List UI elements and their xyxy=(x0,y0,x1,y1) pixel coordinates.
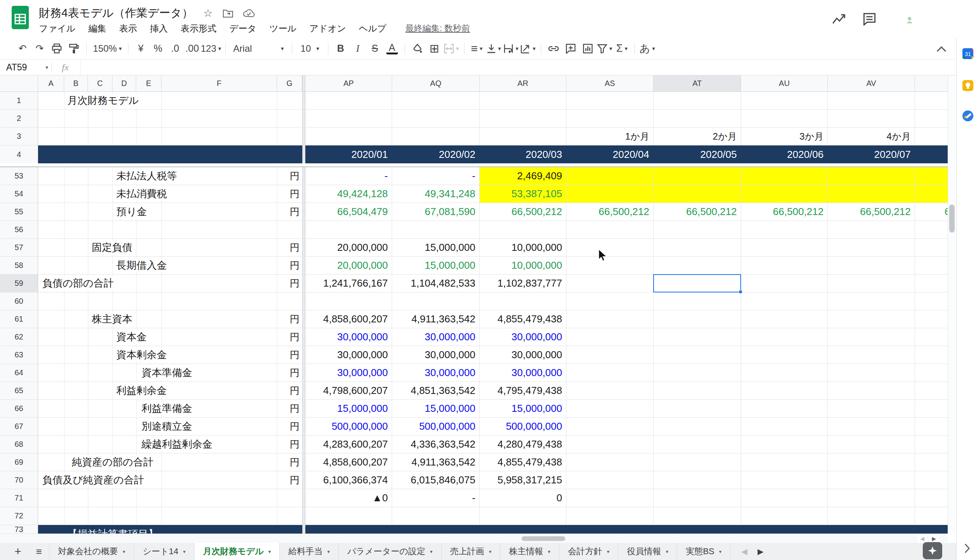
star-icon[interactable]: ☆ xyxy=(203,7,213,19)
cell[interactable]: 0 xyxy=(480,489,566,507)
horizontal-align-button[interactable]: ≡▾ xyxy=(468,40,485,57)
cell[interactable]: 15,000,000 xyxy=(392,257,480,274)
row-66-labels[interactable]: 利益準備金 xyxy=(38,400,277,417)
fill-color-button[interactable] xyxy=(409,40,426,57)
row-59-labels[interactable]: 負債の部の合計 xyxy=(38,275,277,292)
date-header-cell[interactable]: 2020/06 xyxy=(741,145,828,163)
tab-menu-icon[interactable]: ▾ xyxy=(123,549,126,555)
insert-chart-button[interactable] xyxy=(579,40,596,57)
column-header-AS[interactable]: AS xyxy=(566,75,654,91)
row-64-labels[interactable]: 資本準備金 xyxy=(38,364,277,382)
cell[interactable] xyxy=(741,346,828,364)
row-63-labels[interactable]: 資本剰余金 xyxy=(38,346,277,364)
cell[interactable] xyxy=(480,525,566,534)
row-69-unit[interactable]: 円 xyxy=(277,453,302,471)
row-68-labels[interactable]: 繰越利益剰余金 xyxy=(38,436,277,453)
cell[interactable] xyxy=(654,292,741,310)
cell[interactable] xyxy=(741,418,828,435)
cell[interactable]: 500,000,000 xyxy=(480,418,566,435)
row-header-1[interactable]: 1 xyxy=(0,92,38,109)
cell[interactable]: 66,500,212 xyxy=(566,203,654,220)
tab-menu-icon[interactable]: ▾ xyxy=(489,549,492,555)
row-header-58[interactable]: 58 xyxy=(0,257,38,274)
cell[interactable] xyxy=(654,400,741,417)
cell[interactable]: 4,336,363,542 xyxy=(392,436,480,453)
cell[interactable] xyxy=(305,292,392,310)
cell[interactable]: 6 xyxy=(915,203,948,220)
cell[interactable] xyxy=(654,110,741,127)
increase-decimal-button[interactable]: .00 xyxy=(184,40,201,57)
date-header-cell[interactable]: 2020/02 xyxy=(392,145,480,163)
cell[interactable] xyxy=(566,292,654,310)
cell[interactable] xyxy=(828,292,915,310)
row-65-labels[interactable]: 利益剰余金 xyxy=(38,382,277,399)
cell[interactable] xyxy=(566,167,654,185)
cell[interactable] xyxy=(828,525,915,534)
row-63-unit[interactable]: 円 xyxy=(277,346,302,364)
cell[interactable] xyxy=(566,310,654,328)
hide-side-panel-icon[interactable] xyxy=(960,542,974,555)
row-header-56[interactable]: 56 xyxy=(0,221,38,238)
cell[interactable] xyxy=(915,382,948,399)
cell[interactable] xyxy=(566,507,654,525)
menu-表示形式[interactable]: 表示形式 xyxy=(181,23,216,35)
cell[interactable]: - xyxy=(305,167,392,185)
row-header-3[interactable]: 3 xyxy=(0,128,38,145)
cell[interactable] xyxy=(566,185,654,203)
row-61-labels[interactable]: 株主資本 xyxy=(38,310,277,328)
cell[interactable] xyxy=(741,239,828,256)
cell[interactable] xyxy=(566,275,654,292)
cell[interactable] xyxy=(654,382,741,399)
cell[interactable] xyxy=(654,167,741,185)
undo-button[interactable]: ↶ xyxy=(14,40,31,57)
cell[interactable] xyxy=(392,292,480,310)
cell[interactable]: 30,000,000 xyxy=(305,346,392,364)
cell[interactable] xyxy=(828,257,915,274)
collapse-toolbar-icon[interactable] xyxy=(934,42,949,56)
last-edit-link[interactable]: 最終編集: 数秒前 xyxy=(405,23,470,34)
row-53-labels[interactable]: 未払法人税等 xyxy=(38,167,277,185)
italic-button[interactable]: I xyxy=(349,40,366,57)
column-header-C[interactable]: C xyxy=(88,75,112,91)
tab-menu-icon[interactable]: ▾ xyxy=(548,549,550,555)
cell[interactable] xyxy=(915,418,948,435)
cell[interactable] xyxy=(915,400,948,417)
menu-データ[interactable]: データ xyxy=(229,23,256,35)
add-sheet-button[interactable]: + xyxy=(7,543,29,560)
row-header-64[interactable]: 64 xyxy=(0,364,38,382)
input-tools-button[interactable]: あ▾ xyxy=(639,40,656,57)
row-56-labels[interactable] xyxy=(38,221,277,238)
column-header-AQ[interactable]: AQ xyxy=(392,75,480,91)
month-counter-cell[interactable]: 3か月 xyxy=(741,128,828,145)
row-header-54[interactable]: 54 xyxy=(0,185,38,203)
column-header-AV[interactable]: AV xyxy=(828,75,915,91)
column-header-AP[interactable]: AP xyxy=(305,75,392,91)
row-header-2[interactable]: 2 xyxy=(0,110,38,127)
row-header-4[interactable]: 4 xyxy=(0,145,38,163)
row-header-62[interactable]: 62 xyxy=(0,328,38,346)
cell[interactable] xyxy=(741,382,828,399)
cell[interactable] xyxy=(828,92,915,109)
row-62-unit[interactable]: 円 xyxy=(277,328,302,346)
cell[interactable] xyxy=(828,310,915,328)
row-header-61[interactable]: 61 xyxy=(0,310,38,328)
cell[interactable] xyxy=(741,471,828,489)
explore-button[interactable] xyxy=(923,542,942,559)
cell[interactable]: 10,000,000 xyxy=(480,239,566,256)
column-header-partial[interactable] xyxy=(915,75,948,91)
cell[interactable] xyxy=(654,185,741,203)
row-60-labels[interactable] xyxy=(38,292,277,310)
create-filter-button[interactable]: ▾ xyxy=(596,40,613,57)
row-header-66[interactable]: 66 xyxy=(0,400,38,417)
cell[interactable]: 30,000,000 xyxy=(392,364,480,382)
tasks-icon[interactable] xyxy=(962,110,974,122)
cell[interactable]: 4,851,363,542 xyxy=(392,382,480,399)
cell[interactable]: 4,855,479,438 xyxy=(480,310,566,328)
row-1-labels[interactable]: 月次財務モデル xyxy=(38,92,277,109)
cell[interactable]: 1,104,482,533 xyxy=(392,275,480,292)
row-57-unit[interactable]: 円 xyxy=(277,239,302,256)
month-counter-cell[interactable] xyxy=(305,128,392,145)
cell[interactable] xyxy=(654,310,741,328)
cell[interactable] xyxy=(741,110,828,127)
sheet-title-cell[interactable]: 月次財務モデル xyxy=(65,94,141,107)
